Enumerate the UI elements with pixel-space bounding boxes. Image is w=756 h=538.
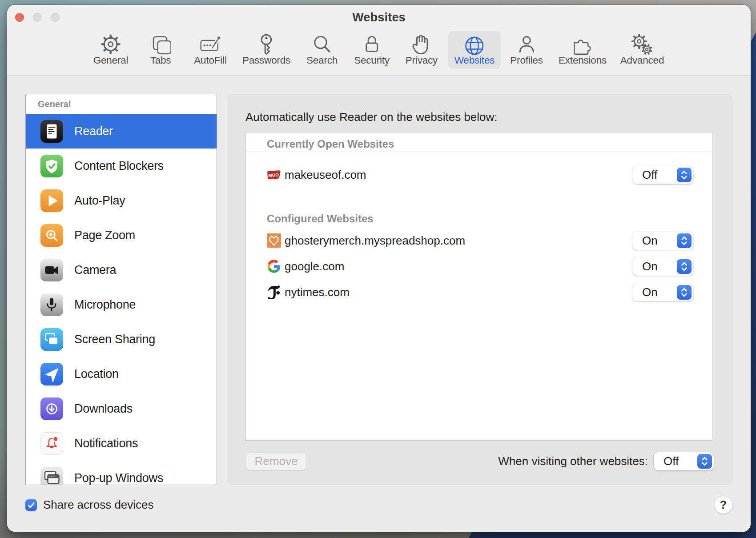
- hand-icon: [411, 34, 432, 55]
- toolbar-item-tabs[interactable]: Tabs: [150, 31, 171, 69]
- help-button[interactable]: ?: [714, 496, 732, 514]
- toolbar-item-general[interactable]: General: [93, 31, 129, 69]
- stepper-chevrons-icon: [677, 259, 692, 274]
- lock-icon: [361, 34, 382, 55]
- magnifier-icon: [311, 34, 333, 55]
- sidebar-item-page-zoom[interactable]: Page Zoom: [26, 218, 217, 253]
- website-row-google[interactable]: google.com On: [246, 253, 712, 279]
- puzzle-icon: [572, 34, 593, 55]
- toolbar-item-label: Profiles: [510, 55, 543, 66]
- titlebar: Websites: [7, 5, 751, 76]
- share-checkbox[interactable]: [25, 499, 37, 511]
- globe-icon: [464, 34, 485, 55]
- page-zoom-icon: [40, 224, 63, 247]
- ghostery-favicon: [267, 233, 281, 248]
- sidebar-item-label: Pop-up Windows: [74, 461, 163, 485]
- reader-select-value: On: [642, 257, 658, 276]
- stepper-chevrons-icon: [697, 454, 712, 469]
- sidebar-item-location[interactable]: Location: [26, 357, 217, 391]
- nytimes-favicon: [267, 285, 281, 299]
- tabs-icon: [150, 34, 171, 55]
- toolbar-item-privacy[interactable]: Privacy: [406, 31, 438, 69]
- content-blockers-icon: [40, 155, 63, 177]
- toolbar-item-autofill[interactable]: AutoFill: [194, 31, 226, 69]
- toolbar-item-label: Tabs: [150, 55, 171, 66]
- website-name: makeuseof.com: [285, 162, 366, 188]
- sidebar-item-label: Content Blockers: [74, 149, 164, 183]
- toolbar-item-label: Privacy: [406, 55, 438, 66]
- reader-select-makeuseof[interactable]: Off: [632, 166, 693, 184]
- sidebar-item-auto-play[interactable]: Auto-Play: [26, 183, 217, 218]
- toolbar-item-label: AutoFill: [194, 55, 226, 66]
- reader-select-google[interactable]: On: [632, 257, 693, 276]
- sidebar-item-reader[interactable]: Reader: [26, 114, 217, 149]
- website-row-ghosterymerch[interactable]: ghosterymerch.myspreadshop.com On: [246, 228, 712, 253]
- sidebar-item-downloads[interactable]: Downloads: [26, 391, 217, 426]
- sidebar-item-screen-sharing[interactable]: Screen Sharing: [26, 322, 217, 357]
- camera-icon: [40, 259, 63, 281]
- website-name: nytimes.com: [285, 279, 350, 305]
- toolbar-item-advanced[interactable]: Advanced: [620, 31, 664, 69]
- auto-play-icon: [40, 189, 63, 212]
- sidebar-item-label: Page Zoom: [74, 218, 135, 253]
- popup-windows-icon: [40, 467, 63, 486]
- website-row-makeuseof[interactable]: MUO makeuseof.com Off: [246, 162, 712, 188]
- reader-select-nytimes[interactable]: On: [632, 283, 693, 301]
- toolbar-item-security[interactable]: Security: [354, 31, 390, 69]
- safari-preferences-window: Websites: [7, 5, 751, 532]
- reader-icon: [40, 120, 63, 143]
- sidebar-item-content-blockers[interactable]: Content Blockers: [26, 149, 217, 183]
- remove-button[interactable]: Remove: [245, 452, 307, 470]
- toolbar-item-passwords[interactable]: Passwords: [242, 31, 290, 69]
- panel-heading: Automatically use Reader on the websites…: [245, 110, 498, 124]
- share-label: Share across devices: [43, 498, 154, 512]
- google-favicon: [267, 259, 281, 273]
- sidebar-item-camera[interactable]: Camera: [26, 253, 217, 287]
- sidebar-item-notifications[interactable]: Notifications: [26, 426, 217, 461]
- stepper-chevrons-icon: [677, 285, 692, 300]
- microphone-icon: [40, 293, 63, 316]
- stepper-chevrons-icon: [677, 233, 692, 248]
- window-title: Websites: [7, 11, 751, 24]
- screen-sharing-icon: [40, 328, 63, 351]
- section-title-currently-open: Currently Open Websites: [267, 138, 394, 150]
- content-area: General: [7, 76, 751, 532]
- gears-icon: [631, 34, 653, 55]
- when-visiting-value: Off: [664, 452, 679, 470]
- toolbar-item-label: Extensions: [559, 55, 607, 66]
- when-visiting-label: When visiting other websites:: [498, 452, 648, 470]
- autofill-icon: [200, 34, 221, 55]
- website-name: ghosterymerch.myspreadshop.com: [285, 228, 465, 253]
- section-title-configured: Configured Websites: [267, 213, 374, 225]
- location-icon: [40, 363, 63, 385]
- reader-select-ghosterymerch[interactable]: On: [632, 232, 693, 250]
- reader-select-value: Off: [642, 166, 657, 184]
- toolbar-item-label: General: [93, 55, 129, 66]
- toolbar-item-search[interactable]: Search: [306, 31, 338, 69]
- downloads-icon: [40, 397, 63, 420]
- when-visiting-select[interactable]: Off: [654, 452, 714, 470]
- person-icon: [516, 34, 537, 55]
- sidebar-header: General: [26, 94, 217, 114]
- sidebar-item-label: Microphone: [74, 287, 136, 322]
- sidebar-item-microphone[interactable]: Microphone: [26, 287, 217, 322]
- stepper-chevrons-icon: [677, 168, 692, 182]
- toolbar-item-profiles[interactable]: Profiles: [510, 31, 543, 69]
- toolbar-item-extensions[interactable]: Extensions: [559, 31, 607, 69]
- toolbar-item-websites[interactable]: Websites: [454, 31, 495, 69]
- website-row-nytimes[interactable]: nytimes.com On: [246, 279, 712, 305]
- toolbar-item-label: Security: [354, 55, 390, 66]
- sidebar-item-label: Location: [74, 357, 119, 391]
- section-divider: [246, 152, 712, 152]
- sidebar-item-popup-windows[interactable]: Pop-up Windows: [26, 461, 217, 485]
- desktop-background: Websites: [0, 0, 756, 538]
- sidebar-item-label: Auto-Play: [74, 183, 125, 218]
- makeuseof-badge-text: MUO: [268, 173, 279, 178]
- sidebar-item-label: Camera: [74, 253, 116, 287]
- reader-settings-panel: Automatically use Reader on the websites…: [227, 94, 733, 485]
- gear-icon: [100, 34, 121, 55]
- reader-select-value: On: [642, 232, 658, 250]
- website-name: google.com: [285, 253, 344, 279]
- reader-select-value: On: [642, 283, 658, 301]
- notifications-icon: [40, 432, 63, 455]
